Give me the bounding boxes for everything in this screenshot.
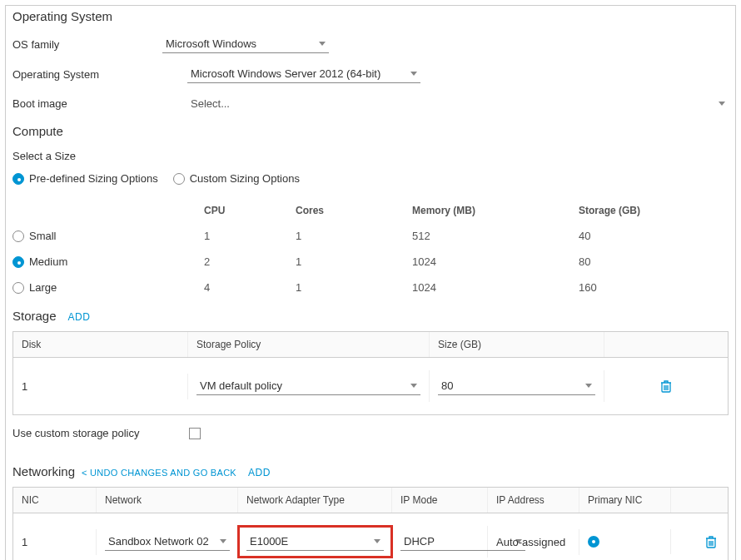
size-option-large[interactable]: Large	[12, 281, 204, 294]
networking-add-button[interactable]: ADD	[248, 467, 271, 478]
section-storage: Storage	[12, 309, 57, 323]
primary-nic-radio[interactable]	[588, 536, 599, 548]
networking-row: 1 Sandbox Network 02 E1000E DHCP Au	[13, 513, 728, 560]
size-medium-label: Medium	[29, 255, 67, 268]
col-primary-nic: Primary NIC	[579, 488, 671, 513]
col-cpu: CPU	[204, 205, 296, 216]
size-medium-cores: 1	[296, 255, 412, 268]
chevron-down-icon	[410, 72, 417, 76]
section-networking: Networking	[12, 464, 75, 478]
col-adapter-type: Network Adapter Type	[238, 488, 392, 513]
chevron-down-icon	[585, 384, 592, 388]
chevron-down-icon	[410, 384, 417, 388]
size-small-cpu: 1	[204, 230, 296, 242]
col-storage: Storage (GB)	[579, 205, 729, 216]
radio-dot-selected	[12, 173, 24, 185]
custom-storage-policy-checkbox[interactable]	[189, 428, 201, 439]
radio-predefined-sizing[interactable]: Pre-defined Sizing Options	[12, 172, 158, 185]
radio-custom-sizing[interactable]: Custom Sizing Options	[173, 172, 300, 185]
col-cores: Cores	[296, 205, 412, 216]
adapter-type-cell-highlighted: E1000E	[237, 525, 393, 558]
size-medium-storage: 80	[579, 255, 729, 268]
col-disk: Disk	[13, 332, 188, 357]
size-option-medium[interactable]: Medium	[12, 255, 204, 268]
os-family-value: Microsoft Windows	[166, 37, 311, 50]
network-select[interactable]: Sandbox Network 02	[105, 533, 230, 551]
os-family-select[interactable]: Microsoft Windows	[162, 35, 329, 53]
storage-size-value: 80	[441, 379, 577, 392]
operating-system-label: Operating System	[12, 68, 162, 81]
size-large-cores: 1	[296, 281, 412, 294]
size-large-label: Large	[29, 281, 57, 294]
col-size-gb: Size (GB)	[430, 332, 604, 357]
storage-policy-value: VM default policy	[200, 379, 402, 392]
operating-system-value: Microsoft Windows Server 2012 (64-bit)	[191, 67, 402, 80]
col-memory: Memory (MB)	[412, 205, 579, 216]
storage-add-button[interactable]: ADD	[68, 311, 91, 323]
boot-image-label: Boot image	[12, 97, 162, 110]
adapter-type-select[interactable]: E1000E	[246, 533, 384, 551]
size-option-small[interactable]: Small	[12, 230, 204, 242]
trash-icon[interactable]	[703, 535, 719, 548]
radio-dot	[12, 282, 24, 294]
size-small-label: Small	[29, 230, 57, 242]
col-network: Network	[97, 488, 238, 513]
col-ip-address: IP Address	[488, 488, 579, 513]
col-ip-mode: IP Mode	[392, 488, 488, 513]
storage-row: 1 VM default policy 80	[13, 358, 728, 414]
size-small-cores: 1	[296, 230, 412, 242]
section-compute: Compute	[12, 124, 729, 138]
radio-custom-label: Custom Sizing Options	[190, 172, 300, 185]
network-value: Sandbox Network 02	[108, 535, 211, 548]
networking-table: NIC Network Network Adapter Type IP Mode…	[12, 487, 729, 560]
size-medium-cpu: 2	[204, 255, 296, 268]
select-size-subtitle: Select a Size	[12, 150, 729, 162]
chevron-down-icon	[374, 539, 380, 543]
storage-policy-select[interactable]: VM default policy	[196, 377, 420, 395]
undo-changes-link[interactable]: < UNDO CHANGES AND GO BACK	[82, 468, 236, 478]
size-large-storage: 160	[579, 281, 729, 294]
section-operating-system: Operating System	[12, 9, 729, 23]
operating-system-select[interactable]: Microsoft Windows Server 2012 (64-bit)	[187, 65, 420, 83]
storage-size-select[interactable]: 80	[438, 377, 595, 395]
radio-predefined-label: Pre-defined Sizing Options	[29, 172, 158, 185]
radio-dot	[173, 173, 185, 185]
size-large-memory: 1024	[412, 281, 579, 294]
col-storage-policy: Storage Policy	[188, 332, 430, 357]
radio-dot-selected	[12, 256, 24, 268]
storage-disk-index: 1	[13, 374, 188, 399]
col-nic: NIC	[13, 488, 97, 513]
os-family-label: OS family	[12, 38, 162, 51]
size-large-cpu: 4	[204, 281, 296, 294]
adapter-type-value: E1000E	[250, 535, 366, 548]
size-medium-memory: 1024	[412, 255, 579, 268]
ip-address-value: Auto-assigned	[488, 529, 579, 555]
boot-image-value: Select...	[191, 97, 710, 110]
chevron-down-icon	[719, 102, 725, 106]
boot-image-select[interactable]: Select...	[187, 95, 729, 112]
custom-storage-policy-label: Use custom storage policy	[12, 427, 176, 439]
trash-icon[interactable]	[658, 379, 674, 393]
nic-index: 1	[13, 529, 97, 555]
chevron-down-icon	[319, 42, 326, 46]
storage-table: Disk Storage Policy Size (GB) 1 VM defau…	[12, 331, 729, 415]
chevron-down-icon	[220, 539, 226, 543]
radio-dot	[12, 230, 24, 242]
size-small-memory: 512	[412, 230, 579, 242]
size-small-storage: 40	[579, 230, 729, 242]
